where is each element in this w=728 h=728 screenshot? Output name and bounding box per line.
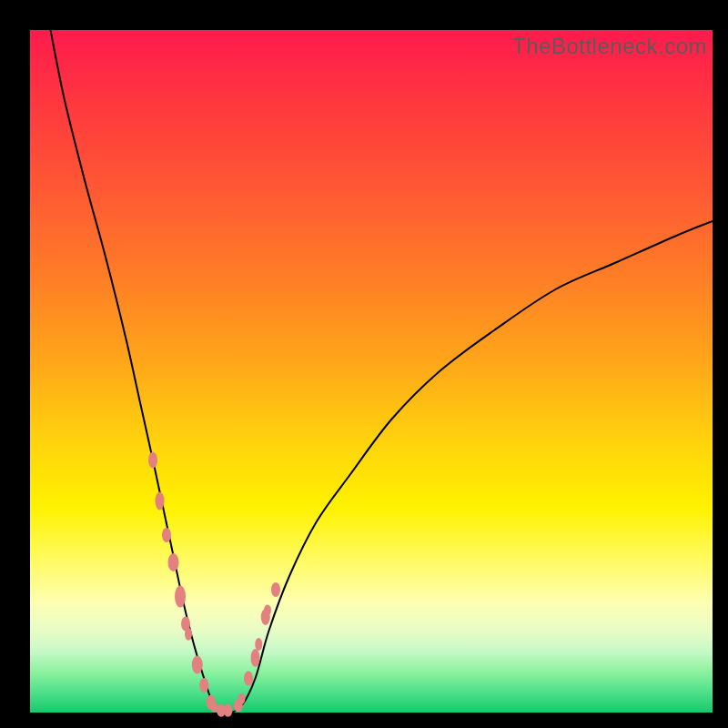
plot-area: TheBottleneck.com [30,30,713,713]
chart-svg [30,30,713,713]
data-marker [185,628,192,641]
data-marker [175,586,186,608]
marker-group [148,452,280,717]
bottleneck-curve [51,30,713,713]
data-marker [199,678,208,693]
data-marker [168,553,179,571]
data-marker [244,672,253,686]
data-marker [238,693,246,704]
data-marker [156,492,165,511]
data-marker [255,638,262,651]
data-marker [148,452,157,469]
data-marker [224,704,233,717]
data-marker [162,528,171,542]
data-marker [264,605,271,616]
data-marker [192,656,203,674]
watermark-text: TheBottleneck.com [512,34,707,59]
chart-frame: TheBottleneck.com [0,0,728,728]
data-marker [271,582,280,597]
data-marker [251,649,260,667]
